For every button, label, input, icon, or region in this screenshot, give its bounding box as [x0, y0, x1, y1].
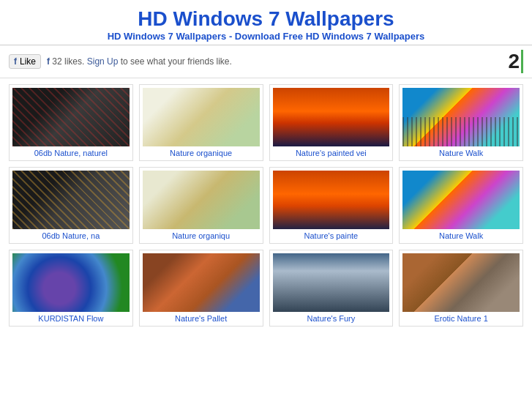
- thumb-label-nature-walk-2: Nature Walk: [438, 231, 484, 240]
- thumb-label-nature-organique: Nature organique: [168, 149, 233, 157]
- grid-item-natures-painted-vei[interactable]: Nature's painted vei: [269, 84, 394, 161]
- wallpaper-grid: 06db Nature, naturelNature organiqueNatu…: [0, 78, 532, 338]
- thumbnail-nature-walk-1: [402, 88, 520, 146]
- thumb-label-natures-painted-vei: Nature's painted vei: [294, 149, 368, 157]
- grid-row-2: KURDISTAN FlowNature's PalletNature's Fu…: [9, 250, 523, 327]
- thumb-label-natures-fury: Nature's Fury: [306, 314, 357, 323]
- signup-link[interactable]: Sign Up: [87, 56, 119, 67]
- thumb-label-natures-pallet: Nature's Pallet: [173, 314, 228, 323]
- thumbnail-natures-fury: [273, 253, 390, 312]
- page-title: HD Windows 7 Wallpapers: [0, 7, 532, 31]
- grid-row-0: 06db Nature, naturelNature organiqueNatu…: [9, 84, 523, 161]
- thumb-label-erotic-nature-1: Erotic Nature 1: [432, 314, 489, 323]
- grid-item-nature-walk-1[interactable]: Nature Walk: [399, 84, 523, 161]
- thumb-label-06db-nature-naturel: 06db Nature, naturel: [33, 149, 109, 157]
- like-label: Like: [20, 56, 36, 67]
- thumb-label-kurdistan-flow: KURDISTAN Flow: [37, 314, 105, 323]
- page-header: HD Windows 7 Wallpapers HD Windows 7 Wal…: [0, 0, 532, 45]
- grid-item-nature-organique[interactable]: Nature organique: [139, 84, 263, 161]
- thumbnail-nature-organique: [143, 88, 260, 146]
- grid-item-natures-pallet[interactable]: Nature's Pallet: [139, 250, 263, 327]
- grid-item-erotic-nature-1[interactable]: Erotic Nature 1: [399, 250, 523, 327]
- badge-number: 2: [508, 50, 520, 73]
- facebook-icon: f: [14, 56, 17, 67]
- thumb-label-natures-painte: Nature's painte: [303, 231, 360, 240]
- grid-item-kurdistan-flow[interactable]: KURDISTAN Flow: [9, 250, 133, 327]
- social-info: f 32 likes. Sign Up to see what your fri…: [47, 56, 232, 67]
- thumbnail-erotic-nature-1: [402, 253, 520, 312]
- thumbnail-06db-nature-na: [12, 171, 130, 229]
- facebook-icon-2: f: [47, 56, 50, 67]
- grid-item-nature-organiqu[interactable]: Nature organiqu: [139, 167, 263, 244]
- thumb-label-06db-nature-na: 06db Nature, na: [40, 231, 101, 240]
- thumbnail-natures-painted-vei: [273, 88, 390, 146]
- badge-2i: 2: [508, 50, 523, 73]
- thumb-label-nature-organiqu: Nature organiqu: [171, 231, 231, 240]
- grid-item-nature-walk-2[interactable]: Nature Walk: [399, 167, 523, 244]
- grid-item-natures-fury[interactable]: Nature's Fury: [269, 250, 394, 327]
- thumbnail-kurdistan-flow: [12, 253, 130, 312]
- thumbnail-nature-walk-2: [402, 171, 520, 229]
- page-subtitle: HD Windows 7 Wallpapers - Download Free …: [0, 31, 532, 42]
- likes-count: 32 likes.: [52, 56, 84, 67]
- grid-item-06db-nature-naturel[interactable]: 06db Nature, naturel: [9, 84, 133, 161]
- grid-item-06db-nature-na[interactable]: 06db Nature, na: [9, 167, 133, 244]
- social-suffix: to see what your friends like.: [121, 56, 232, 67]
- thumb-label-nature-walk-1: Nature Walk: [438, 149, 484, 157]
- thumbnail-nature-organiqu: [143, 171, 260, 229]
- grid-item-natures-painte[interactable]: Nature's painte: [269, 167, 394, 244]
- social-bar: f Like f 32 likes. Sign Up to see what y…: [0, 45, 532, 78]
- badge-bar: [521, 50, 523, 73]
- thumbnail-06db-nature-naturel: [12, 88, 130, 146]
- thumbnail-natures-painte: [273, 171, 390, 229]
- grid-row-1: 06db Nature, naNature organiquNature's p…: [9, 167, 523, 244]
- like-button[interactable]: f Like: [9, 54, 41, 69]
- thumbnail-natures-pallet: [143, 253, 260, 312]
